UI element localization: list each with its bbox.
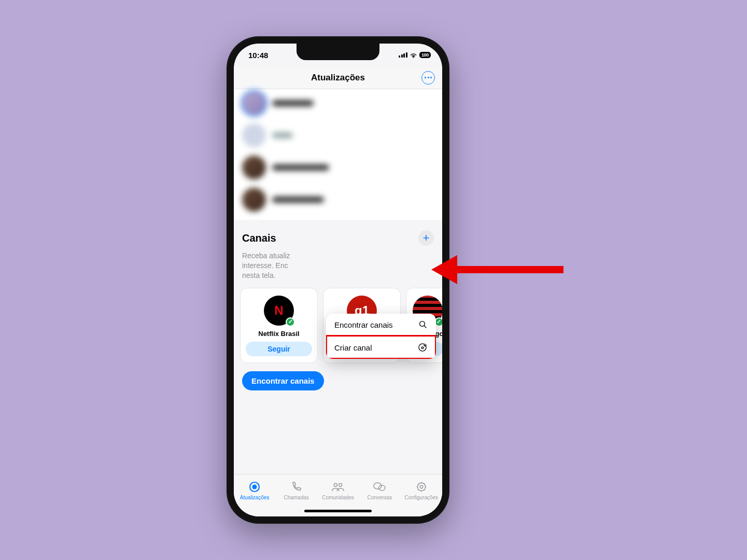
svg-point-12 (420, 485, 423, 488)
follow-button[interactable]: Seguir (246, 342, 312, 356)
cellular-signal-icon (399, 52, 407, 58)
svg-point-10 (379, 485, 386, 491)
status-name (272, 132, 293, 138)
tab-label: Atualizações (240, 495, 270, 500)
status-name (272, 197, 324, 203)
status-updates-section (234, 89, 442, 220)
clock: 10:48 (248, 51, 268, 60)
gear-icon (415, 480, 428, 494)
tab-label: Chamadas (284, 495, 308, 500)
svg-point-8 (339, 483, 342, 486)
community-icon (331, 480, 345, 494)
tab-calls[interactable]: Chamadas (275, 474, 317, 506)
avatar (242, 123, 266, 147)
svg-marker-14 (431, 255, 457, 284)
annotation-arrow-icon (431, 244, 566, 296)
svg-point-6 (252, 485, 257, 489)
channels-section: Canais + Receba atualiz interesse. Enc n… (234, 220, 442, 399)
desc-line: nesta tela. (242, 271, 276, 279)
add-channel-menu: Encontrar canais Criar canal (326, 314, 436, 359)
chat-icon (373, 480, 386, 494)
channel-initial: N (274, 303, 283, 318)
channel-card-netflix[interactable]: N Netflix Brasil Seguir (240, 288, 318, 363)
channels-heading: Canais (242, 232, 276, 244)
menu-item-create-channel[interactable]: Criar canal (326, 335, 436, 359)
tab-label: Configurações (405, 495, 438, 500)
tab-label: Conversas (368, 495, 392, 500)
home-indicator[interactable] (304, 510, 372, 512)
avatar (242, 156, 266, 179)
status-row[interactable] (234, 89, 442, 119)
phone-frame: 10:48 100 Atualizações (227, 36, 449, 524)
menu-label: Encontrar canais (334, 320, 393, 329)
desc-line: interesse. Enc (242, 261, 288, 270)
more-button[interactable] (421, 71, 435, 85)
status-right: 100 (399, 52, 431, 58)
search-icon (418, 320, 428, 329)
tab-settings[interactable]: Configurações (401, 474, 442, 506)
svg-point-7 (334, 483, 337, 486)
channel-avatar: N (264, 296, 294, 326)
menu-item-find-channels[interactable]: Encontrar canais (326, 314, 436, 335)
battery-indicator: 100 (419, 52, 431, 58)
menu-label: Criar canal (334, 343, 372, 352)
nav-header: Atualizações (234, 66, 442, 89)
find-channels-button[interactable]: Encontrar canais (242, 371, 324, 390)
avatar (242, 188, 266, 212)
notch (297, 44, 379, 60)
phone-icon (290, 480, 303, 494)
tab-communities[interactable]: Comunidades (317, 474, 359, 506)
verified-badge-icon (286, 317, 295, 327)
page-title: Atualizações (311, 73, 365, 83)
svg-point-3 (421, 347, 424, 349)
avatar (242, 91, 266, 115)
svg-line-1 (424, 326, 426, 328)
channel-name: Netflix Brasil (258, 330, 299, 338)
tab-chats[interactable]: Conversas (359, 474, 400, 506)
status-name (272, 164, 329, 171)
plus-icon: + (423, 231, 430, 245)
screen: 10:48 100 Atualizações (234, 44, 442, 516)
desc-line: Receba atualiz (242, 251, 290, 260)
tab-updates[interactable]: Atualizações (234, 474, 275, 506)
status-row[interactable] (234, 119, 442, 151)
ellipsis-icon (425, 77, 432, 78)
updates-icon (248, 480, 261, 494)
tab-label: Comunidades (322, 495, 354, 500)
channels-description: Receba atualiz interesse. Enc nesta tela… (234, 251, 442, 288)
megaphone-icon (417, 342, 428, 353)
channels-header: Canais + (234, 220, 442, 251)
status-name (272, 100, 314, 106)
status-row[interactable] (234, 184, 442, 216)
wifi-icon (410, 52, 417, 58)
status-row[interactable] (234, 151, 442, 184)
